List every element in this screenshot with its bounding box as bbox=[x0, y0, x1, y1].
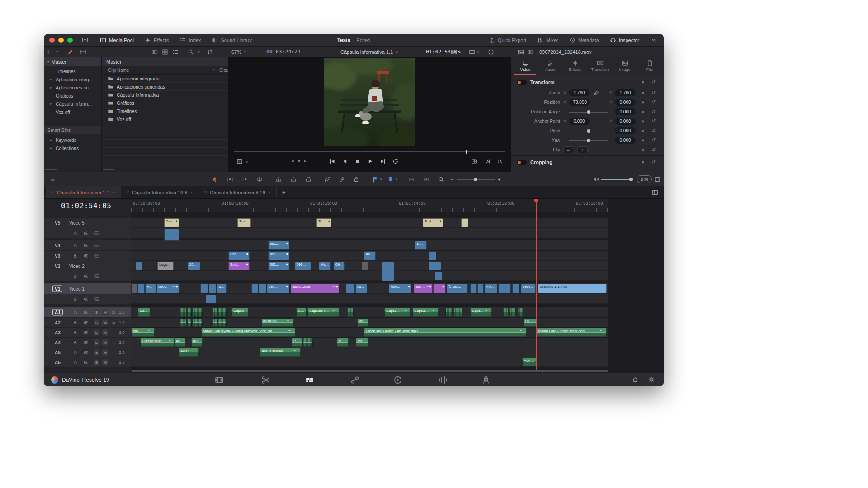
media-pool-bin-timelines[interactable]: Timelines bbox=[44, 67, 101, 75]
timeline-clip[interactable] bbox=[209, 284, 216, 293]
column-cloud[interactable]: Clou bbox=[219, 66, 229, 75]
mute-button[interactable]: M bbox=[102, 310, 108, 315]
track-header-a6[interactable]: A6SM2.0 bbox=[44, 357, 131, 367]
track-enable-icon[interactable] bbox=[84, 273, 89, 278]
marker-dot-icon[interactable]: ● bbox=[298, 159, 300, 163]
cropping-keyframe-icon[interactable]: ◆ bbox=[642, 157, 644, 167]
timeline-clip-em[interactable]: Em... bbox=[415, 241, 427, 250]
track-destination-a6[interactable]: A6 bbox=[55, 360, 61, 365]
viewer-zoom-select[interactable]: 67% ∨ bbox=[231, 47, 246, 57]
search-icon[interactable] bbox=[188, 49, 194, 55]
next-edit-icon[interactable] bbox=[485, 158, 492, 165]
timeline-clip-a0[interactable]: A0... bbox=[174, 338, 185, 347]
timeline-clip-09[interactable]: 09... bbox=[334, 262, 345, 270]
timeline-clip[interactable] bbox=[503, 308, 508, 317]
selection-tool[interactable] bbox=[212, 176, 218, 183]
timeline-clip-091[interactable]: 091...◆ bbox=[268, 262, 289, 270]
rotation-reset-icon[interactable]: ↺ bbox=[651, 107, 656, 117]
track-enable-icon[interactable] bbox=[84, 320, 89, 325]
page-edit[interactable] bbox=[302, 375, 317, 385]
workspace-preset-icon[interactable] bbox=[82, 37, 89, 44]
pitch-keyframe-icon[interactable]: ◆ bbox=[642, 126, 644, 136]
track-enable-icon[interactable] bbox=[84, 296, 89, 301]
solo-button[interactable]: S bbox=[94, 329, 99, 335]
media-pool-bin-aplicaci-n-integ[interactable]: ▸Aplicación integ... bbox=[44, 75, 101, 84]
cropping-section-header[interactable]: Cropping ◆ ↺ bbox=[511, 157, 664, 167]
media-pool-bin-c-psula-inform[interactable]: ▸Cápsula Inform... bbox=[44, 100, 101, 108]
track-view-icon[interactable] bbox=[94, 243, 99, 248]
anchor-x-value[interactable]: 0.000 bbox=[569, 118, 590, 125]
track-enable-icon[interactable] bbox=[84, 360, 89, 365]
timeline-clip-text[interactable]: Text...◆ bbox=[164, 218, 179, 227]
track-lock-icon[interactable] bbox=[73, 360, 78, 365]
timeline-clip-pxl-2[interactable]: PXL_2... bbox=[356, 338, 368, 347]
timeline-clip[interactable] bbox=[164, 229, 179, 241]
timeline-clip[interactable] bbox=[435, 272, 442, 280]
inspector-tab-transition[interactable]: Transition bbox=[589, 57, 611, 75]
inspector-tab-file[interactable]: File bbox=[639, 57, 660, 75]
track-enable-icon[interactable] bbox=[84, 253, 89, 258]
timeline-clip-ubi[interactable]: ↻ Ubi... bbox=[447, 284, 468, 293]
timeline-clip-ishi[interactable]: Ishi...~ bbox=[131, 328, 155, 337]
timeline-clip-c-psul[interactable]: Cápsul...~ bbox=[412, 308, 439, 317]
play-button[interactable] bbox=[367, 158, 374, 165]
timeline-clip-ma[interactable]: Ma... bbox=[319, 262, 331, 270]
position-y-value[interactable]: 0.000 bbox=[615, 99, 636, 106]
rotation-value[interactable]: 0.000 bbox=[615, 108, 636, 115]
timeline-clip-cr-ditos-1-1-mov[interactable]: Créditos 1-1.mov bbox=[538, 284, 607, 293]
timeline-clip[interactable] bbox=[200, 284, 208, 293]
quick-export-button[interactable]: Quick Export bbox=[489, 37, 526, 43]
inspector-header-options-icon[interactable] bbox=[653, 49, 660, 55]
timeline-clip-text[interactable]: Text... bbox=[237, 218, 251, 227]
timeline-list-toggle-icon[interactable] bbox=[652, 189, 658, 196]
timeline-clip-pxl-2[interactable]: PXL_2... bbox=[337, 338, 349, 347]
close-tab-icon[interactable]: × bbox=[204, 190, 207, 195]
track-destination-a4[interactable]: A4 bbox=[55, 340, 61, 345]
track-view-icon[interactable] bbox=[94, 296, 99, 301]
timeline-clip[interactable] bbox=[180, 308, 186, 317]
viewer-overlay-icon[interactable] bbox=[451, 49, 457, 55]
timeline-clip[interactable] bbox=[136, 262, 142, 270]
track-header-a1[interactable]: A1SMfx1.0 bbox=[44, 307, 131, 317]
viewer-playhead-handle[interactable] bbox=[466, 150, 467, 154]
mute-button[interactable]: M bbox=[102, 339, 108, 345]
timeline-clip[interactable] bbox=[218, 318, 227, 327]
media-pool-bin-gr-ficos[interactable]: Gráficos bbox=[44, 92, 101, 100]
close-tab-icon[interactable]: × bbox=[51, 190, 54, 195]
timeline-clip[interactable] bbox=[180, 318, 186, 327]
marker-button[interactable] bbox=[387, 176, 394, 183]
timeline-clip-te[interactable]: Te...◆ bbox=[316, 218, 331, 227]
mute-button[interactable]: M bbox=[102, 349, 108, 355]
timeline-clip-a0[interactable]: A0... bbox=[191, 338, 203, 347]
insert-clip-button[interactable] bbox=[275, 176, 282, 183]
timeline-clip-09[interactable]: 09... bbox=[357, 318, 368, 327]
track-id[interactable]: V4 bbox=[55, 243, 60, 248]
metadata-button[interactable]: Metadata bbox=[569, 37, 599, 43]
timeline-clip[interactable] bbox=[251, 284, 258, 293]
inspector-clip-thumb-icon[interactable] bbox=[518, 49, 524, 55]
timeline-clip[interactable] bbox=[512, 284, 519, 293]
timeline-clip-090[interactable]: 090...~◆ bbox=[156, 284, 179, 293]
track-view-icon[interactable] bbox=[94, 231, 99, 236]
track-view-icon[interactable] bbox=[94, 273, 99, 278]
track-view-icon[interactable] bbox=[94, 253, 99, 258]
pitch-value[interactable]: 0.000 bbox=[615, 127, 636, 134]
sort-icon[interactable] bbox=[207, 49, 213, 55]
pitch-reset-icon[interactable]: ↺ bbox=[651, 126, 656, 136]
yaw-slider[interactable] bbox=[569, 140, 608, 141]
track-lock-icon[interactable] bbox=[73, 320, 78, 325]
track-header-a4[interactable]: A4SM2.0 bbox=[44, 338, 131, 347]
match-frame-icon[interactable] bbox=[471, 158, 478, 165]
thumbnail-view-icon[interactable] bbox=[162, 49, 168, 55]
position-keyframe-icon[interactable]: ◆ bbox=[642, 98, 644, 107]
media-list-row-voz-off[interactable]: Voz off bbox=[102, 115, 228, 123]
yaw-reset-icon[interactable]: ↺ bbox=[651, 136, 656, 145]
zoom-keyframe-icon[interactable]: ◆ bbox=[642, 88, 644, 98]
custom-zoom-icon[interactable] bbox=[438, 176, 444, 183]
go-to-start-button[interactable] bbox=[329, 158, 336, 165]
flip-reset-icon[interactable]: ↺ bbox=[651, 145, 656, 155]
inspector-tab-audio[interactable]: Audio bbox=[539, 57, 561, 75]
annotate-pen-icon[interactable] bbox=[67, 49, 74, 55]
timeline-clip[interactable] bbox=[346, 284, 355, 293]
cropping-enable-toggle[interactable] bbox=[517, 160, 527, 165]
